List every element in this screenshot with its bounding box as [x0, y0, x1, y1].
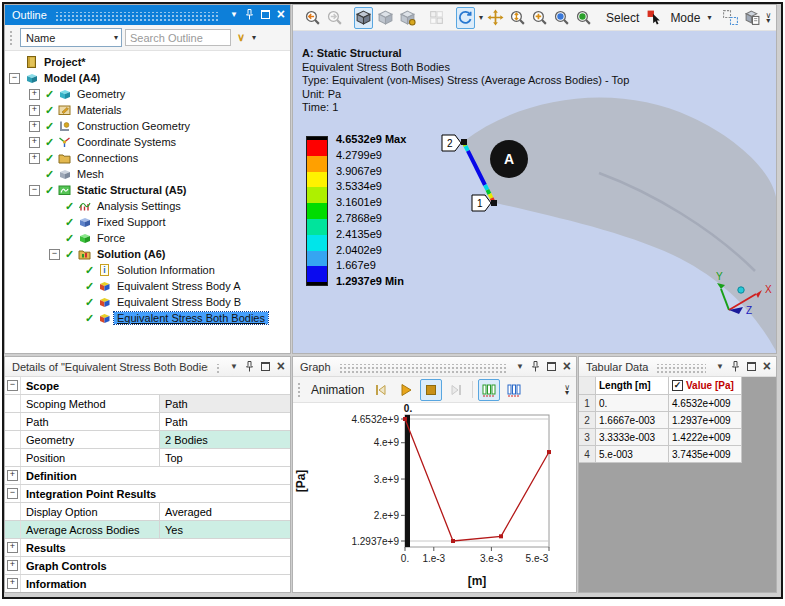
tabular-value-cell[interactable]: 1.4222e+009 — [669, 429, 742, 446]
tabular-maximize-icon[interactable] — [747, 362, 756, 371]
tabular-length-cell[interactable]: 3.3333e-003 — [596, 429, 669, 446]
tree-item[interactable]: ✓Fixed Support — [5, 214, 290, 230]
details-close-icon[interactable]: × — [277, 359, 285, 373]
tree-minus-expander-icon[interactable]: − — [29, 185, 40, 196]
pan-button[interactable] — [486, 7, 505, 29]
tabular-pin-icon[interactable] — [731, 361, 740, 372]
outline-header[interactable]: Outline ▼× — [5, 5, 290, 25]
tree-minus-expander-icon[interactable]: − — [9, 73, 20, 84]
outline-pin-icon[interactable] — [245, 9, 254, 20]
details-property-value[interactable]: 2 Bodies — [160, 431, 290, 448]
tabular-close-icon[interactable]: × — [763, 359, 771, 373]
animation-skip-start-button[interactable] — [370, 379, 392, 401]
details-property-value[interactable]: Path — [160, 395, 290, 412]
shaded-exterior-button[interactable] — [376, 7, 395, 29]
details-plus-expander-icon[interactable]: + — [5, 557, 21, 574]
tree-item[interactable]: Project* — [5, 54, 290, 70]
details-minus-expander-icon[interactable]: − — [5, 485, 21, 502]
tabular-menu-icon[interactable]: ▼ — [716, 363, 724, 371]
tree-item[interactable]: ✓Equivalent Stress Both Bodies — [5, 310, 290, 326]
rotate-button[interactable] — [456, 7, 475, 29]
name-filter-select[interactable]: Name ▾ — [20, 28, 122, 47]
tree-minus-expander-icon[interactable]: − — [49, 249, 60, 260]
graph-menu-icon[interactable]: ▼ — [516, 363, 524, 371]
mode-label[interactable]: Mode — [667, 11, 703, 25]
tree-item[interactable]: −✓Static Structural (A5) — [5, 182, 290, 198]
chart-result-display-button[interactable] — [478, 379, 500, 401]
select-mode-cursor-icon[interactable] — [645, 7, 664, 29]
tree-item[interactable]: ✓iSolution Information — [5, 262, 290, 278]
expander-box[interactable]: − — [7, 488, 18, 499]
outline-menu-icon[interactable]: ▼ — [230, 11, 238, 19]
expander-box[interactable]: + — [7, 542, 18, 553]
tabular-length-cell[interactable]: 1.6667e-003 — [596, 412, 669, 429]
graph-close-icon[interactable]: × — [563, 359, 571, 373]
tabular-length-column-header[interactable]: Length [m] — [596, 377, 669, 395]
details-plus-expander-icon[interactable]: + — [5, 539, 21, 556]
details-property-value[interactable]: Top — [160, 449, 290, 466]
tree-item[interactable]: +✓Geometry — [5, 86, 290, 102]
details-maximize-icon[interactable] — [261, 362, 270, 371]
details-property-value[interactable]: Path — [160, 413, 290, 430]
graphics-canvas[interactable]: 21AYXZ A: Static StructuralEquivalent St… — [293, 31, 776, 353]
tree-plus-expander-icon[interactable]: + — [29, 89, 40, 100]
tree-item[interactable]: −Model (A4) — [5, 70, 290, 86]
toolbar-overflow-icon[interactable]: ∨▾ — [564, 385, 572, 395]
tabular-header[interactable]: Tabular Data ▼× — [579, 357, 776, 377]
toolbar-overflow-icon[interactable]: ▾ — [252, 33, 256, 42]
tabular-length-cell[interactable]: 5.e-003 — [596, 446, 669, 463]
value-checkbox[interactable]: ✓ — [672, 380, 683, 391]
tree-item[interactable]: +✓Materials — [5, 102, 290, 118]
zoom-in-button[interactable] — [530, 7, 549, 29]
expand-tree-icon[interactable]: ∨ — [234, 31, 248, 44]
tree-item[interactable]: +✓Coordinate Systems — [5, 134, 290, 150]
toolbar-grip[interactable] — [9, 30, 14, 46]
tree-item[interactable]: ✓Analysis Settings — [5, 198, 290, 214]
tabular-length-cell[interactable]: 0. — [596, 395, 669, 412]
tabular-value-cell[interactable]: 3.7435e+009 — [669, 446, 742, 463]
tree-item[interactable]: +✓Construction Geometry — [5, 118, 290, 134]
details-pin-icon[interactable] — [245, 361, 254, 372]
body-arc[interactable] — [464, 97, 776, 351]
time-cursor[interactable] — [405, 415, 410, 547]
details-property-value[interactable]: Yes — [160, 521, 290, 538]
tree-item[interactable]: ✓Equivalent Stress Body B — [5, 294, 290, 310]
tree-item[interactable]: ✓Mesh — [5, 166, 290, 182]
expander-box[interactable]: − — [7, 380, 18, 391]
expander-box[interactable]: + — [7, 578, 18, 589]
toolbar-overflow-icon[interactable]: ∨▾ — [765, 13, 773, 23]
zoom-previous-button[interactable] — [303, 7, 322, 29]
outline-maximize-icon[interactable] — [261, 10, 270, 19]
tree-plus-expander-icon[interactable]: + — [29, 121, 40, 132]
chart-scaled-display-button[interactable] — [503, 379, 525, 401]
element-graphics-button[interactable] — [398, 7, 417, 29]
animation-play-button[interactable] — [395, 379, 417, 401]
toolbar-grip[interactable] — [297, 382, 302, 398]
zoom-next-button[interactable] — [325, 7, 344, 29]
outline-close-icon[interactable]: × — [277, 7, 285, 21]
shaded-exterior-edges-button[interactable] — [354, 7, 373, 29]
tabular-value-cell[interactable]: 1.2937e+009 — [669, 412, 742, 429]
graph-header[interactable]: Graph ▼× — [293, 357, 576, 377]
tabular-value-cell[interactable]: 4.6532e+009 — [669, 395, 742, 412]
expander-box[interactable]: + — [7, 470, 18, 481]
graph-maximize-icon[interactable] — [547, 362, 556, 371]
details-header[interactable]: Details of "Equivalent Stress Both Bodie… — [5, 357, 290, 377]
select-label[interactable]: Select — [603, 11, 642, 25]
tree-plus-expander-icon[interactable]: + — [29, 153, 40, 164]
details-plus-expander-icon[interactable]: + — [5, 575, 21, 592]
zoom-button[interactable] — [508, 7, 527, 29]
search-outline-input[interactable] — [125, 29, 231, 46]
details-minus-expander-icon[interactable]: − — [5, 377, 21, 394]
tree-plus-expander-icon[interactable]: + — [29, 137, 40, 148]
tree-item[interactable]: ✓Equivalent Stress Body A — [5, 278, 290, 294]
animation-stop-button[interactable] — [420, 379, 442, 401]
details-property-value[interactable]: Averaged — [160, 503, 290, 520]
manage-views-button[interactable] — [743, 7, 762, 29]
tree-item[interactable]: +✓Connections — [5, 150, 290, 166]
viewports-button[interactable] — [427, 7, 446, 29]
tree-plus-expander-icon[interactable]: + — [29, 105, 40, 116]
graph-pin-icon[interactable] — [531, 361, 540, 372]
animation-skip-end-button[interactable] — [445, 379, 467, 401]
expander-box[interactable]: + — [7, 560, 18, 571]
